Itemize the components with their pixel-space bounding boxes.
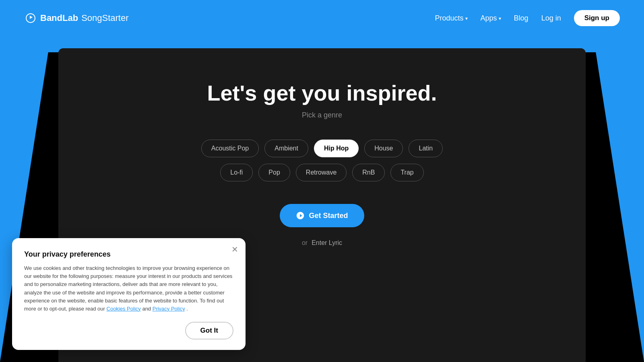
got-it-button[interactable]: Got It — [185, 322, 233, 339]
genre-lofi[interactable]: Lo-fi — [220, 164, 253, 181]
hero-subtitle: Pick a genre — [302, 111, 342, 119]
genre-trap[interactable]: Trap — [390, 164, 423, 181]
enter-lyric-section[interactable]: or Enter Lyric — [302, 239, 342, 247]
or-label: or — [302, 239, 308, 247]
genre-latin[interactable]: Latin — [409, 140, 443, 157]
apps-chevron-icon: ▾ — [499, 16, 501, 21]
logo-brand-text: BandLab — [40, 13, 78, 23]
privacy-banner: ✕ Your privacy preferences We use cookie… — [12, 238, 246, 350]
genre-hiphop[interactable]: Hip Hop — [314, 140, 359, 157]
genre-pop[interactable]: Pop — [258, 164, 290, 181]
products-chevron-icon: ▾ — [465, 16, 468, 21]
genre-rnb[interactable]: RnB — [352, 164, 385, 181]
nav-links: Products ▾ Apps ▾ Blog Log in Sign up — [435, 10, 620, 26]
privacy-footer: Got It — [24, 322, 233, 339]
genre-row-2: Lo-fi Pop Retrowave RnB Trap — [220, 164, 424, 181]
genre-retrowave[interactable]: Retrowave — [296, 164, 347, 181]
logo-product-text: SongStarter — [81, 13, 128, 23]
privacy-policy-link[interactable]: Privacy Policy — [153, 306, 185, 312]
privacy-body: We use cookies and other tracking techno… — [24, 264, 233, 313]
genre-acoustic-pop[interactable]: Acoustic Pop — [201, 140, 259, 157]
login-button[interactable]: Log in — [541, 14, 561, 23]
navbar: BandLab SongStarter Products ▾ Apps ▾ Bl… — [0, 0, 644, 36]
signup-button[interactable]: Sign up — [574, 10, 620, 26]
blue-triangle-right — [588, 0, 644, 362]
genre-ambient[interactable]: Ambient — [264, 140, 308, 157]
cookies-policy-link[interactable]: Cookies Policy — [107, 306, 141, 312]
genre-house[interactable]: House — [364, 140, 403, 157]
enter-lyric-text: Enter Lyric — [312, 239, 342, 247]
get-started-icon — [296, 211, 305, 220]
logo[interactable]: BandLab SongStarter — [24, 12, 129, 25]
privacy-close-button[interactable]: ✕ — [231, 245, 238, 253]
nav-blog[interactable]: Blog — [514, 14, 528, 23]
get-started-button[interactable]: Get Started — [280, 204, 364, 227]
genre-row-1: Acoustic Pop Ambient Hip Hop House Latin — [201, 140, 443, 157]
nav-apps[interactable]: Apps ▾ — [481, 14, 501, 23]
privacy-title: Your privacy preferences — [24, 250, 233, 259]
nav-products[interactable]: Products ▾ — [435, 14, 468, 23]
bandlab-logo-icon — [24, 12, 37, 25]
hero-title: Let's get you inspired. — [207, 80, 437, 105]
